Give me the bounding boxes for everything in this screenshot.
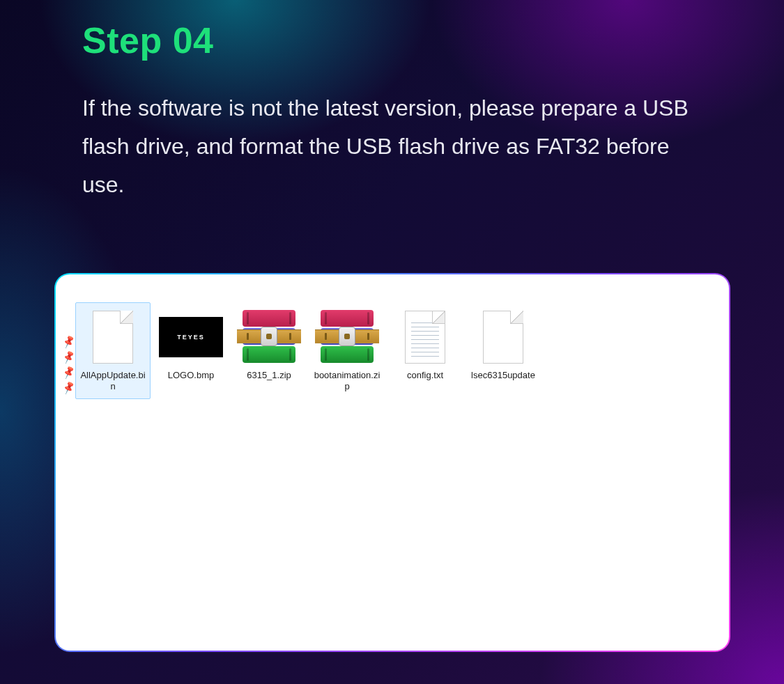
file-icon-box (393, 307, 457, 367)
file-icon (93, 311, 133, 364)
file-explorer-panel: 📌 📌 📌 📌 AllAppUpdate.binTEYESLOGO.bmp 63… (56, 274, 729, 651)
file-icon (483, 311, 523, 364)
file-item[interactable]: TEYESLOGO.bmp (153, 302, 229, 399)
text-file-icon (405, 311, 445, 364)
archive-icon (237, 309, 301, 366)
file-item[interactable]: bootanimation.zip (309, 302, 385, 399)
file-icon-box: TEYES (159, 307, 223, 367)
step-description: If the software is not the latest versio… (82, 89, 689, 204)
file-item[interactable]: lsec6315update (466, 302, 541, 399)
file-label: 6315_1.zip (247, 370, 291, 381)
step-title: Step 04 (82, 20, 213, 61)
quick-access-pins: 📌 📌 📌 📌 (63, 336, 75, 393)
bitmap-icon: TEYES (159, 317, 223, 357)
file-label: bootanimation.zip (312, 370, 382, 393)
file-label: LOGO.bmp (168, 370, 214, 381)
file-icon-box (81, 307, 145, 367)
file-icon-box (315, 307, 379, 367)
file-list: AllAppUpdate.binTEYESLOGO.bmp 6315_1.zip… (75, 302, 541, 399)
pin-icon: 📌 (61, 380, 76, 395)
pin-icon: 📌 (61, 350, 76, 364)
file-item[interactable]: 6315_1.zip (231, 302, 307, 399)
file-label: lsec6315update (471, 370, 535, 381)
file-item[interactable]: config.txt (387, 302, 463, 399)
file-label: AllAppUpdate.bin (78, 370, 148, 393)
pin-icon: 📌 (61, 334, 76, 349)
file-panel-frame: 📌 📌 📌 📌 AllAppUpdate.binTEYESLOGO.bmp 63… (54, 273, 730, 652)
pin-icon: 📌 (61, 365, 76, 380)
file-item[interactable]: AllAppUpdate.bin (75, 302, 151, 399)
file-icon-box (237, 307, 301, 367)
file-icon-box (471, 307, 535, 367)
archive-icon (315, 309, 379, 366)
file-label: config.txt (407, 370, 443, 381)
